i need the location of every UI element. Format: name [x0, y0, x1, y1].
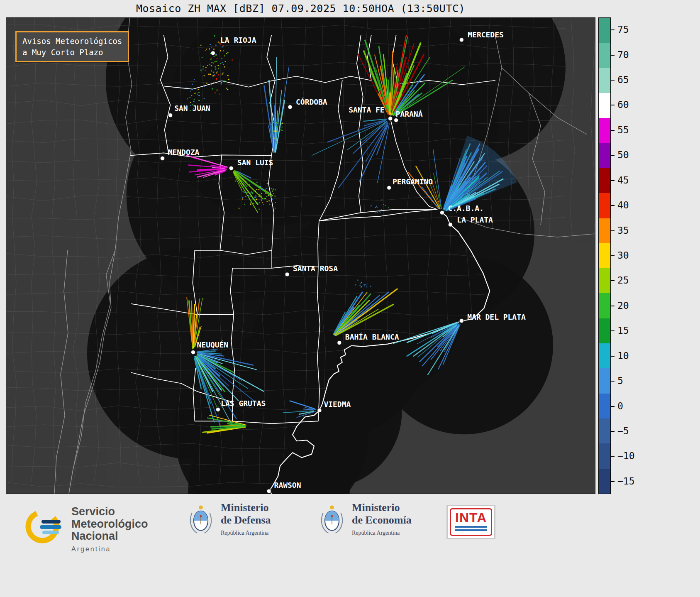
echo-speckle [215, 92, 216, 93]
echo-speckle [223, 50, 224, 51]
echo-speckle [280, 130, 281, 130]
echo-speckle [254, 199, 255, 200]
smn-line2: Meteorológico [71, 518, 148, 531]
echo-speckle [244, 186, 244, 187]
city-marker [387, 186, 391, 190]
echo-speckle [215, 44, 217, 46]
city-marker [317, 408, 322, 412]
echo-speckle [198, 100, 199, 100]
echo-speckle [254, 197, 255, 198]
colorbar-band [599, 18, 610, 43]
echo-speckle [226, 88, 227, 89]
city-label: SAN JUAN [174, 104, 210, 113]
colorbar-tick-mark [611, 280, 615, 281]
echo-speckle [266, 196, 267, 197]
colorbar-band [599, 469, 610, 494]
echo-speckle [280, 129, 280, 130]
echo-speckle [281, 116, 282, 117]
colorbar-tick-mark [611, 180, 615, 181]
echo-speckle [210, 58, 212, 59]
warning-overlay-line2: a Muy Corto Plazo [22, 47, 122, 58]
echo-speckle [370, 286, 371, 286]
colorbar-band [599, 218, 610, 243]
colorbar-tick-mark [611, 105, 615, 105]
echo-speckle [249, 196, 250, 197]
echo-speckle [222, 73, 223, 75]
echo-speckle [211, 62, 212, 64]
warning-overlay-line1: Avisos Meteorológicos [22, 36, 122, 47]
echo-speckle [235, 181, 236, 181]
colorbar-band [599, 318, 610, 343]
echo-speckle [227, 89, 229, 91]
echo-speckle [220, 63, 221, 64]
colorbar-tick-label: −15 [617, 476, 635, 487]
city-marker [394, 118, 398, 122]
colorbar-tick-label: 35 [617, 225, 629, 236]
echo-speckle [282, 127, 283, 127]
echo-speckle [381, 200, 382, 201]
city-label: LAS GRUTAS [221, 399, 266, 408]
echo-speckle [242, 197, 243, 198]
city-label: SAN LUIS [237, 158, 273, 167]
city-label: MAR DEL PLATA [467, 313, 526, 321]
echo-speckle [194, 99, 195, 100]
echo-speckle [366, 284, 366, 285]
echo-speckle [276, 122, 277, 123]
colorbar-tick-label: 55 [617, 125, 629, 135]
inta-logo-text: INTA [455, 511, 487, 524]
city-marker [388, 117, 393, 121]
colorbar-tick-label: 15 [617, 325, 629, 336]
echo-speckle [224, 55, 225, 56]
echo-speckle [278, 113, 279, 114]
echo-speckle [193, 101, 194, 102]
echo-speckle [186, 88, 187, 88]
city-label: C.A.B.A. [448, 204, 483, 213]
echo-speckle [264, 198, 265, 199]
page-title: Mosaico ZH MAX [dBZ] 07.09.2025 10:50HOA… [6, 2, 595, 15]
echo-speckle [245, 187, 246, 188]
colorbar-tick-mark [611, 230, 615, 231]
colorbar-tick-label: 25 [617, 275, 629, 286]
echo-speckle [198, 92, 199, 93]
echo-speckle [273, 193, 274, 194]
city-marker [459, 319, 463, 323]
echo-speckle [271, 124, 272, 125]
echo-speckle [202, 57, 203, 58]
echo-speckle [211, 65, 212, 66]
colorbar-band [599, 368, 610, 393]
echo-speckle [209, 49, 210, 50]
echo-speckle [357, 280, 358, 281]
echo-speckle [275, 126, 276, 127]
echo-speckle [192, 89, 193, 90]
echo-speckle [215, 55, 217, 56]
echo-speckle [200, 70, 202, 71]
echo-speckle [248, 195, 249, 196]
echo-speckle [209, 64, 210, 65]
echo-speckle [261, 193, 262, 194]
echo-speckle [278, 115, 279, 116]
echo-speckle [224, 81, 225, 83]
echo-speckle [251, 191, 252, 192]
echo-speckle [215, 66, 216, 68]
echo-speckle [256, 189, 257, 190]
echo-speckle [253, 203, 254, 204]
echo-speckle [280, 123, 281, 124]
echo-speckle [202, 66, 204, 67]
echo-speckle [223, 45, 224, 46]
coat-of-arms-icon [319, 502, 345, 536]
echo-speckle [194, 79, 195, 80]
defensa-logo-text: Ministerio de Defensa República Argentin… [221, 502, 271, 536]
echo-speckle [355, 284, 356, 285]
echo-speckle [221, 82, 222, 83]
colorbar-tick-label: 0 [617, 401, 623, 411]
echo-speckle [361, 283, 361, 284]
echo-speckle [216, 78, 217, 79]
echo-speckle [377, 207, 378, 208]
echo-speckle [220, 81, 221, 82]
footer-logo-bar: Servicio Meteorológico Nacional Argentin… [0, 494, 700, 597]
city-label: MENDOZA [168, 148, 200, 157]
echo-speckle [213, 63, 214, 64]
inta-logo-inner: INTA [450, 508, 492, 536]
echo-speckle [244, 204, 245, 205]
echo-speckle [261, 195, 261, 196]
